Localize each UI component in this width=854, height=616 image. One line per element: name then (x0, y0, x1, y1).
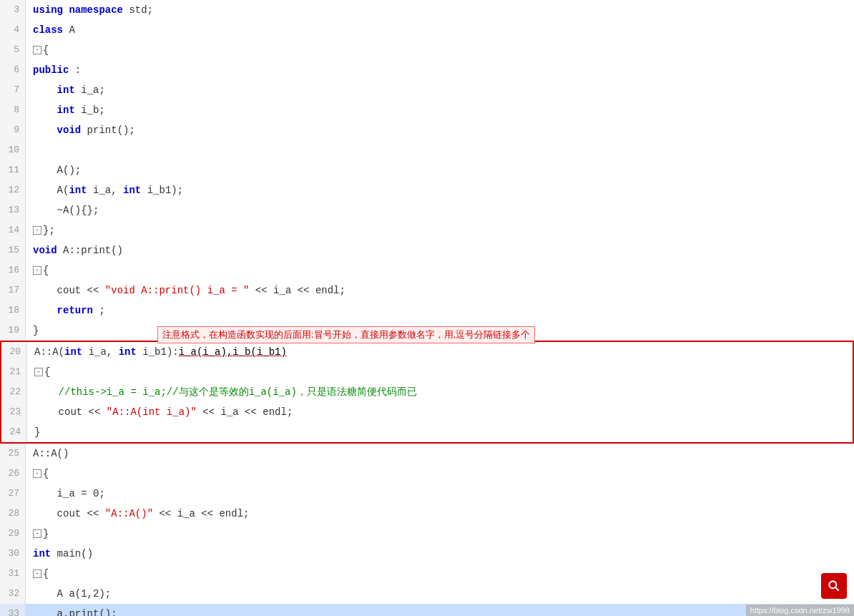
line-number: 13 (0, 200, 26, 220)
line-content: int i_b; (26, 100, 854, 120)
line-content: A(); (26, 160, 854, 180)
line-content: A(int i_a, int i_b1); (26, 180, 854, 200)
line-number: 23 (1, 402, 27, 422)
line-content: } (27, 422, 853, 442)
code-line-6: 6 public : (0, 60, 854, 80)
line-content: int i_a; (26, 80, 854, 100)
fold-icon[interactable]: - (33, 469, 41, 478)
line-number: 3 (0, 0, 26, 20)
line-number: 29 (0, 524, 26, 544)
line-content: -}; (26, 220, 854, 240)
annotation-box: 注意格式，在构造函数实现的后面用:冒号开始，直接用参数做名字，用,逗号分隔链接多… (157, 326, 535, 343)
code-line-26: 26 -{ (0, 464, 854, 484)
search-button[interactable] (821, 573, 847, 599)
code-line-10: 10 (0, 140, 854, 160)
line-content: A::A(int i_a, int i_b1):i_a(i_a),i_b(i_b… (27, 342, 853, 362)
line-content: A::A() (26, 444, 854, 464)
line-number: 10 (0, 140, 26, 160)
line-number: 28 (0, 504, 26, 524)
line-number: 26 (0, 464, 26, 484)
line-number: 20 (1, 342, 27, 362)
code-line-17: 17 cout << "void A::print() i_a = " << i… (0, 280, 854, 300)
line-content: -{ (27, 362, 853, 382)
line-content: -{ (26, 464, 854, 484)
line-content: using namespace std; (26, 0, 854, 20)
line-content: //this->i_a = i_a;//与这个是等效的i_a(i_a)，只是语法… (27, 382, 853, 402)
code-line-18: 18 return ; (0, 300, 854, 321)
code-line-16: 16 -{ (0, 260, 854, 280)
fold-icon[interactable]: - (34, 368, 43, 376)
line-content: public : (26, 60, 854, 80)
svg-point-0 (829, 581, 836, 588)
fold-icon[interactable]: - (33, 266, 41, 275)
line-content (26, 140, 854, 160)
code-line-32: 32 A a(1,2); (0, 584, 854, 604)
fold-icon[interactable]: - (33, 569, 41, 578)
code-line-9: 9 void print(); (0, 120, 854, 140)
code-line-3: 3 using namespace std; (0, 0, 854, 20)
line-number: 27 (0, 484, 26, 504)
highlighted-block: 20 A::A(int i_a, int i_b1):i_a(i_a),i_b(… (0, 341, 854, 444)
line-number: 33 (0, 604, 26, 616)
watermark: https://blog.csdn.net/zw1998 (746, 605, 854, 616)
line-content: -{ (26, 40, 854, 60)
code-line-29: 29 -} (0, 524, 854, 544)
code-line-30: 30 int main() (0, 544, 854, 564)
line-number: 15 (0, 240, 26, 260)
line-number: 30 (0, 544, 26, 564)
fold-close-icon[interactable]: - (33, 226, 41, 235)
fold-close-icon[interactable]: - (33, 529, 41, 538)
line-number: 4 (0, 20, 26, 40)
line-content: i_a = 0; (26, 484, 854, 504)
line-number: 25 (0, 444, 26, 464)
line-content: class A (26, 20, 854, 40)
code-line-5: 5 -{ (0, 40, 854, 60)
code-line-22: 22 //this->i_a = i_a;//与这个是等效的i_a(i_a)，只… (1, 382, 853, 402)
code-line-12: 12 A(int i_a, int i_b1); (0, 180, 854, 200)
code-line-7: 7 int i_a; (0, 80, 854, 100)
line-number: 9 (0, 120, 26, 140)
line-content: -{ (26, 260, 854, 280)
code-line-25: 25 A::A() (0, 444, 854, 464)
svg-line-1 (835, 587, 839, 591)
code-editor: 3 using namespace std; 4 class A 5 -{ 6 … (0, 0, 854, 616)
line-content: a.print(); (26, 604, 854, 616)
line-number: 11 (0, 160, 26, 180)
code-line-24: 24 } (1, 422, 853, 442)
code-line-27: 27 i_a = 0; (0, 484, 854, 504)
code-line-23: 23 cout << "A::A(int i_a)" << i_a << end… (1, 402, 853, 422)
line-number: 8 (0, 100, 26, 120)
line-content: void print(); (26, 120, 854, 140)
code-line-33: 33 a.print(); (0, 604, 854, 616)
search-icon (827, 579, 841, 593)
code-line-21: 21 -{ (1, 362, 853, 382)
line-content: -{ (26, 564, 854, 584)
line-number: 7 (0, 80, 26, 100)
code-line-11: 11 A(); (0, 160, 854, 180)
line-number: 21 (1, 362, 27, 382)
fold-icon[interactable]: - (33, 46, 41, 54)
line-number: 32 (0, 584, 26, 604)
line-number: 14 (0, 220, 26, 240)
code-line-20: 20 A::A(int i_a, int i_b1):i_a(i_a),i_b(… (1, 342, 853, 362)
line-content: cout << "A::A()" << i_a << endl; (26, 504, 854, 524)
code-line-4: 4 class A (0, 20, 854, 40)
code-line-13: 13 ~A(){}; (0, 200, 854, 220)
line-content: cout << "void A::print() i_a = " << i_a … (26, 280, 854, 300)
code-line-14: 14 -}; (0, 220, 854, 240)
line-content: ~A(){}; (26, 200, 854, 220)
line-number: 12 (0, 180, 26, 200)
line-content: void A::print() (26, 240, 854, 260)
line-number: 17 (0, 280, 26, 300)
line-content: int main() (26, 544, 854, 564)
line-content: cout << "A::A(int i_a)" << i_a << endl; (27, 402, 853, 422)
line-number: 22 (1, 382, 27, 402)
line-number: 31 (0, 564, 26, 584)
line-number: 16 (0, 260, 26, 280)
line-content: return ; (26, 300, 854, 321)
code-line-15: 15 void A::print() (0, 240, 854, 260)
line-content: A a(1,2); (26, 584, 854, 604)
line-number: 19 (0, 321, 26, 341)
line-number: 24 (1, 422, 27, 442)
code-line-31: 31 -{ (0, 564, 854, 584)
